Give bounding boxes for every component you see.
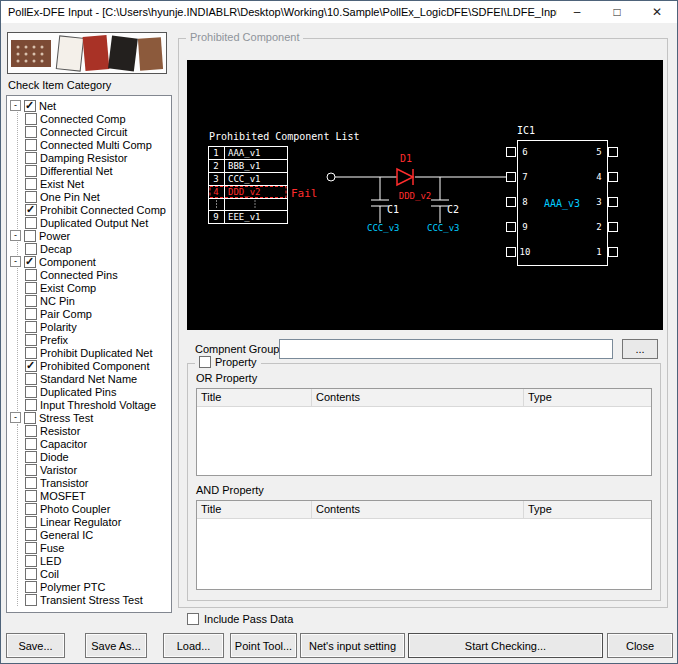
checkbox[interactable] [24,100,36,112]
minimize-button[interactable]: – [557,1,597,23]
checkbox[interactable] [25,360,37,372]
collapse-icon[interactable]: - [10,230,21,241]
tree-item[interactable]: Resistor [25,424,169,437]
checkbox[interactable] [25,529,37,541]
checkbox[interactable] [25,542,37,554]
tree-item[interactable]: Diode [25,450,169,463]
checkbox[interactable] [25,126,37,138]
include-pass-data-checkbox[interactable] [187,613,199,625]
checkbox[interactable] [25,425,37,437]
tree-item[interactable]: -Stress Test [10,411,169,424]
start-checking-button[interactable]: Start Checking... [408,633,603,658]
and-property-list[interactable] [197,519,651,589]
tree-item[interactable]: -Net [10,99,169,112]
checkbox[interactable] [25,191,37,203]
checkbox[interactable] [25,204,37,216]
checkbox[interactable] [25,373,37,385]
tree-item[interactable]: Polymer PTC [25,580,169,593]
checkbox[interactable] [25,503,37,515]
tree-item[interactable]: Transient Stress Test [25,593,169,606]
checkbox[interactable] [25,308,37,320]
check-item-tree[interactable]: -NetConnected CompConnected CircuitConne… [6,95,172,613]
checkbox[interactable] [25,464,37,476]
point-tool-button[interactable]: Point Tool... [230,633,297,658]
checkbox[interactable] [24,230,36,242]
checkbox[interactable] [25,386,37,398]
tree-item[interactable]: Photo Coupler [25,502,169,515]
collapse-icon[interactable]: - [10,412,21,423]
column-header-title[interactable]: Title [197,389,312,406]
tree-item[interactable]: Fuse [25,541,169,554]
close-window-button[interactable]: ✕ [637,1,677,23]
component-group-input[interactable] [279,339,613,359]
checkbox[interactable] [25,282,37,294]
and-property-table[interactable]: Title Contents Type [196,500,652,590]
tree-item[interactable]: Duplicated Pins [25,385,169,398]
checkbox[interactable] [25,581,37,593]
tree-item[interactable]: Exist Net [25,177,169,190]
checkbox[interactable] [25,178,37,190]
tree-item[interactable]: Polarity [25,320,169,333]
tree-item[interactable]: Damping Resistor [25,151,169,164]
tree-item[interactable]: Exist Comp [25,281,169,294]
tree-item[interactable]: Prohibit Duplicated Net [25,346,169,359]
checkbox[interactable] [25,451,37,463]
checkbox[interactable] [25,321,37,333]
checkbox[interactable] [25,139,37,151]
tree-item[interactable]: Prohibit Connected Comp [25,203,169,216]
tree-item[interactable]: One Pin Net [25,190,169,203]
checkbox[interactable] [25,295,37,307]
checkbox[interactable] [25,438,37,450]
or-property-table[interactable]: Title Contents Type [196,388,652,476]
checkbox[interactable] [25,490,37,502]
tree-item[interactable]: NC Pin [25,294,169,307]
tree-item[interactable]: MOSFET [25,489,169,502]
tree-item[interactable]: Connected Circuit [25,125,169,138]
tree-item[interactable]: Prohibited Component [25,359,169,372]
save-as-button[interactable]: Save As... [85,633,147,658]
tree-item[interactable]: Decap [25,242,169,255]
or-property-list[interactable] [197,407,651,475]
tree-item[interactable]: Linear Regulator [25,515,169,528]
tree-item[interactable]: Connected Pins [25,268,169,281]
tree-item[interactable]: LED [25,554,169,567]
checkbox[interactable] [25,568,37,580]
checkbox[interactable] [25,334,37,346]
nets-input-setting-button[interactable]: Net's input setting [300,633,405,658]
load-button[interactable]: Load... [163,633,224,658]
checkbox[interactable] [25,477,37,489]
checkbox[interactable] [25,269,37,281]
column-header-contents[interactable]: Contents [312,389,524,406]
tree-item[interactable]: General IC [25,528,169,541]
checkbox[interactable] [25,347,37,359]
tree-item[interactable]: Standard Net Name [25,372,169,385]
column-header-type[interactable]: Type [524,389,651,406]
tree-item[interactable]: Connected Multi Comp [25,138,169,151]
save-button[interactable]: Save... [6,633,65,658]
collapse-icon[interactable]: - [10,256,21,267]
tree-item[interactable]: Connected Comp [25,112,169,125]
checkbox[interactable] [25,165,37,177]
tree-item[interactable]: Pair Comp [25,307,169,320]
tree-item[interactable]: -Component [10,255,169,268]
checkbox[interactable] [25,217,37,229]
checkbox[interactable] [25,152,37,164]
browse-button[interactable]: ... [622,339,658,359]
tree-item[interactable]: Differential Net [25,164,169,177]
checkbox[interactable] [25,243,37,255]
close-button[interactable]: Close [607,633,673,658]
checkbox[interactable] [25,555,37,567]
tree-item[interactable]: -Power [10,229,169,242]
column-header-type[interactable]: Type [524,501,651,518]
checkbox[interactable] [25,516,37,528]
tree-item[interactable]: Coil [25,567,169,580]
checkbox[interactable] [25,399,37,411]
tree-item[interactable]: Varistor [25,463,169,476]
tree-item[interactable]: Capacitor [25,437,169,450]
tree-item[interactable]: Transistor [25,476,169,489]
tree-item[interactable]: Prefix [25,333,169,346]
checkbox[interactable] [24,256,36,268]
tree-item[interactable]: Input Threshold Voltage [25,398,169,411]
property-checkbox[interactable] [199,356,211,368]
collapse-icon[interactable]: - [10,100,21,111]
